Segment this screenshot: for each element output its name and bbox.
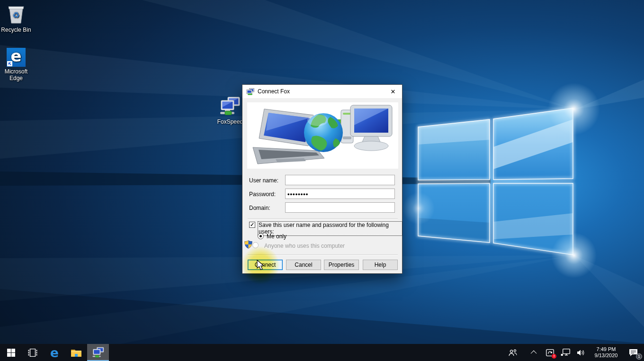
- connection-banner: [247, 102, 398, 169]
- connect-dialog: Connect Fox ✕: [242, 84, 402, 274]
- radio-dot: [259, 235, 262, 237]
- volume-button[interactable]: [576, 346, 586, 359]
- recycle-bin-icon: ♻: [5, 2, 27, 25]
- start-button[interactable]: [0, 344, 22, 361]
- me-only-label[interactable]: Me only: [267, 233, 286, 240]
- username-input[interactable]: [285, 175, 395, 185]
- network-illustration: [247, 102, 398, 169]
- network-icon: [561, 349, 570, 356]
- desktop-icon-label: Edge: [9, 75, 23, 81]
- taskbar-edge-button[interactable]: e: [44, 344, 65, 361]
- taskbar-file-explorer-button[interactable]: [65, 344, 87, 361]
- desktop-icon-recycle-bin[interactable]: ♻ Recycle Bin: [0, 2, 34, 33]
- shortcut-arrow-icon: [7, 61, 12, 66]
- dialup-connection-icon: [246, 88, 254, 95]
- close-button[interactable]: ✕: [384, 85, 402, 98]
- people-button[interactable]: [508, 346, 518, 359]
- dialog-title: Connect Fox: [258, 88, 290, 95]
- edge-icon: e: [50, 345, 59, 360]
- chevron-up-icon: [530, 350, 537, 356]
- desktop-icon-label: FoxSpeed: [217, 118, 243, 125]
- dialog-titlebar[interactable]: Connect Fox ✕: [242, 85, 402, 98]
- password-input[interactable]: [285, 189, 395, 199]
- cancel-button[interactable]: Cancel: [286, 260, 321, 270]
- anyone-radio: [252, 242, 259, 248]
- taskbar-clock[interactable]: 7:49 PM 9/13/2020: [591, 346, 621, 359]
- action-center-button[interactable]: 1: [626, 346, 640, 359]
- notification-badge: 1: [636, 353, 642, 360]
- domain-input[interactable]: [285, 202, 395, 213]
- clock-date: 9/13/2020: [591, 352, 621, 359]
- anyone-label: Anyone who uses this computer: [264, 243, 345, 249]
- username-label: User name:: [249, 177, 287, 184]
- close-icon: ✕: [391, 88, 396, 95]
- uac-shield-icon: [244, 240, 252, 249]
- file-explorer-icon: [71, 348, 82, 357]
- me-only-radio[interactable]: [258, 233, 264, 239]
- help-button[interactable]: Help: [363, 260, 398, 270]
- people-icon: [509, 349, 517, 356]
- task-view-icon: [27, 349, 38, 357]
- system-tray: ! 7:49 PM 9/13/2020 1: [508, 344, 644, 361]
- domain-label: Domain:: [249, 205, 287, 211]
- security-alert-button[interactable]: !: [545, 346, 555, 359]
- svg-text:♻: ♻: [12, 10, 19, 20]
- desktop-icon-label: Microsoft: [5, 68, 28, 75]
- separator: [248, 218, 398, 219]
- tray-overflow-button[interactable]: [529, 346, 539, 359]
- desktop-icon-label: Recycle Bin: [1, 27, 31, 33]
- volume-icon: [577, 349, 585, 356]
- dialup-connection-icon: [92, 347, 105, 359]
- dialup-connection-icon: [219, 96, 241, 117]
- windows-start-icon: [7, 349, 15, 357]
- save-credentials-checkbox[interactable]: ✓: [249, 222, 255, 228]
- separator: [248, 254, 398, 255]
- alert-badge: !: [552, 354, 556, 359]
- desktop-icon-microsoft-edge[interactable]: e Microsoft Edge: [0, 48, 34, 81]
- taskbar-connection-app-button[interactable]: [87, 344, 109, 361]
- network-button[interactable]: [560, 346, 571, 359]
- edge-icon: e: [7, 48, 26, 67]
- taskbar: e: [0, 344, 644, 361]
- clock-time: 7:49 PM: [591, 346, 621, 352]
- connect-button[interactable]: Connect: [248, 260, 283, 270]
- task-view-button[interactable]: [22, 344, 44, 361]
- check-icon: ✓: [250, 222, 254, 227]
- password-label: Password:: [249, 191, 287, 198]
- properties-button[interactable]: Properties: [324, 260, 359, 270]
